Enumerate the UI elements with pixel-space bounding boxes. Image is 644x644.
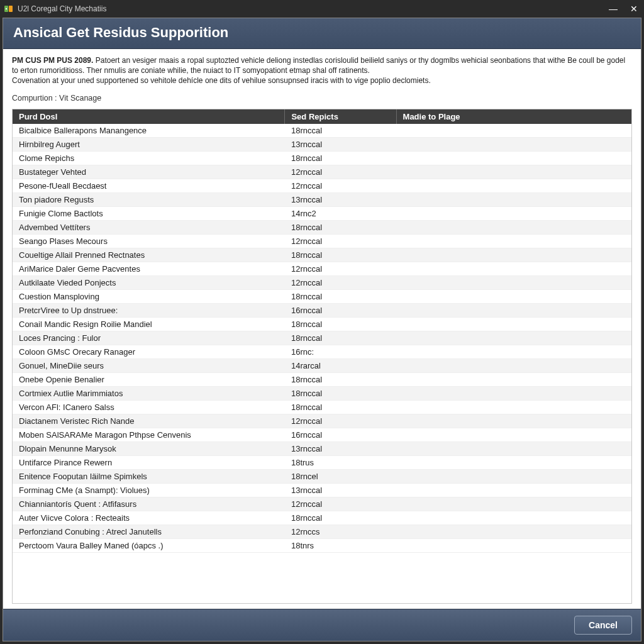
cancel-button[interactable]: Cancel — [574, 616, 632, 635]
table-cell: 18rnccal — [285, 289, 396, 303]
table-row[interactable]: Diactanem Veristec Rich Nande12rnccal — [13, 414, 631, 428]
table-cell: 13rnccal — [285, 137, 396, 151]
table-cell: 12rnccal — [285, 165, 396, 179]
intro-line2: Covenation at your uned supportened so v… — [12, 76, 431, 85]
table-cell — [396, 331, 631, 345]
titlebar: U2l Coregal City Mechatiis — ✕ — [0, 0, 644, 18]
table-cell: 12rnccal — [285, 234, 396, 248]
table-row[interactable]: Conail Mandic Resign Roilie Mandiel18rnc… — [13, 317, 631, 331]
dialog-header: Ansical Get Residus Supporition — [3, 18, 641, 49]
table-cell — [396, 206, 631, 220]
table-cell — [396, 262, 631, 275]
table-cell — [396, 386, 631, 400]
table-cell — [396, 469, 631, 483]
table-cell: 18rncel — [285, 469, 396, 483]
table-row[interactable]: Loces Prancing : Fulor18rnccal — [13, 331, 631, 345]
table-cell — [396, 151, 631, 165]
table-row[interactable]: Coloon GMsC Orecary Ranager16rnc: — [13, 345, 631, 358]
table-cell: Bustateger Vehted — [13, 165, 285, 179]
col-header-3[interactable]: Madie to Plage — [396, 109, 631, 124]
table-row[interactable]: Bustateger Vehted12rnccal — [13, 165, 631, 179]
table-row[interactable]: AriMarice Daler Geme Pacventes12rnccal — [13, 262, 631, 275]
table-cell: Vercon AFl: ICanero Salss — [13, 400, 285, 414]
table-row[interactable]: Chianniantorís Quent : Atfifasurs12rncca… — [13, 497, 631, 511]
table-row[interactable]: Bicalbice Ballerapons Manangence18rnccal — [13, 124, 631, 138]
table-cell: Funigie Clome Bactlots — [13, 206, 285, 220]
table-cell: Perctoom Vaura Balley Maned (óapcs .) — [13, 538, 285, 552]
table-row[interactable]: Funigie Clome Bactlots14rnc2 — [13, 206, 631, 220]
table-cell: 12rnccal — [285, 262, 396, 275]
compaction-line: Compurtion : Vit Scanage — [12, 94, 632, 103]
table-row[interactable]: Vercon AFl: ICanero Salss18rnccal — [13, 400, 631, 414]
table-row[interactable]: Untifarce Pirance Rewern18trus — [13, 455, 631, 469]
table-cell: 12rnccal — [285, 414, 396, 428]
table-cell: Forminag CMe (a Snampt): Violues) — [13, 483, 285, 497]
table-cell — [396, 345, 631, 358]
table-cell: Bicalbice Ballerapons Manangence — [13, 124, 285, 138]
table-cell: Cuestion Mansploving — [13, 289, 285, 303]
table-cell: Clome Repichs — [13, 151, 285, 165]
table-container[interactable]: Purd Dosl Sed Repicts Madie to Plage Bic… — [12, 109, 632, 604]
window-title: U2l Coregal City Mechatiis — [18, 4, 606, 13]
table-row[interactable]: Moben SAlSARAMe Maragon Pthpse Cenvenis1… — [13, 428, 631, 441]
table-cell: 12rnccs — [285, 525, 396, 538]
table-row[interactable]: Ton piadore Regusts13rnccal — [13, 192, 631, 206]
table-cell: Autkilaate Vieded Ponjects — [13, 275, 285, 289]
table-cell: Ton piadore Regusts — [13, 192, 285, 206]
table-cell: 13rnccal — [285, 441, 396, 455]
table-row[interactable]: Perctoom Vaura Balley Maned (óapcs .)18t… — [13, 538, 631, 552]
intro-text: PM CUS PM PUS 2089. Patoert an vesiger m… — [12, 55, 632, 86]
table-row[interactable]: Gonuel, MineDiie seurs14rarcal — [13, 358, 631, 372]
table-cell: Coueltige Allail Prenned Rectnates — [13, 248, 285, 262]
table-cell: Chianniantorís Quent : Atfifasurs — [13, 497, 285, 511]
col-header-1[interactable]: Purd Dosl — [13, 109, 285, 124]
table-row[interactable]: PretcrViree to Up dnstruee:16rnccal — [13, 303, 631, 317]
table-cell — [396, 483, 631, 497]
table-row[interactable]: Pesone-fUeall Becdaest12rnccal — [13, 179, 631, 192]
table-row[interactable]: Cortmiex Autlie Marimmiatos18rnccal — [13, 386, 631, 400]
table-row[interactable]: Cuestion Mansploving18rnccal — [13, 289, 631, 303]
table-cell — [396, 317, 631, 331]
table-cell: Dlopain Menunne Marysok — [13, 441, 285, 455]
svg-point-2 — [6, 8, 7, 9]
table-cell: Untifarce Pirance Rewern — [13, 455, 285, 469]
table-cell — [396, 441, 631, 455]
table-cell: 16rnccal — [285, 303, 396, 317]
table-cell: Auter Viicve Colora : Recteaits — [13, 511, 285, 525]
table-cell — [396, 165, 631, 179]
table-cell: Conail Mandic Resign Roilie Mandiel — [13, 317, 285, 331]
table-row[interactable]: Enitence Fooputan Iäilme Spimkels18rncel — [13, 469, 631, 483]
table-row[interactable]: Seango Plases Mecours12rnccal — [13, 234, 631, 248]
table-cell — [396, 248, 631, 262]
table-cell — [396, 414, 631, 428]
table-row[interactable]: Autkilaate Vieded Ponjects12rnccal — [13, 275, 631, 289]
table-row[interactable]: Onebe Openie Benalier18rnccal — [13, 372, 631, 386]
table-cell: 12rnccal — [285, 179, 396, 192]
table-cell — [396, 372, 631, 386]
compaction-value: Vit Scanage — [59, 94, 101, 103]
table-cell: 18trus — [285, 455, 396, 469]
table-cell: Seango Plases Mecours — [13, 234, 285, 248]
table-cell: PretcrViree to Up dnstruee: — [13, 303, 285, 317]
table-row[interactable]: Clome Repichs18rnccal — [13, 151, 631, 165]
table-row[interactable]: Forminag CMe (a Snampt): Violues)13rncca… — [13, 483, 631, 497]
table-cell — [396, 428, 631, 441]
dialog-footer: Cancel — [3, 609, 641, 641]
table-cell: Gonuel, MineDiie seurs — [13, 358, 285, 372]
table-row[interactable]: Dlopain Menunne Marysok13rnccal — [13, 441, 631, 455]
table-row[interactable]: Advembed Vettíters18rnccal — [13, 220, 631, 234]
col-header-2[interactable]: Sed Repicts — [285, 109, 396, 124]
intro-bold: PM CUS PM PUS 2089. — [12, 56, 93, 65]
table-cell — [396, 220, 631, 234]
table-row[interactable]: Hirnbilreg Augert13rnccal — [13, 137, 631, 151]
minimize-button[interactable]: — — [606, 4, 620, 14]
table-cell — [396, 234, 631, 248]
table-row[interactable]: Perfonziand Conubing : Atrecl Janutells1… — [13, 525, 631, 538]
table-cell: 18rnccal — [285, 400, 396, 414]
table-cell: 18rnccal — [285, 124, 396, 138]
table-cell: Enitence Fooputan Iäilme Spimkels — [13, 469, 285, 483]
close-button[interactable]: ✕ — [628, 4, 640, 14]
table-row[interactable]: Coueltige Allail Prenned Rectnates18rncc… — [13, 248, 631, 262]
table-cell — [396, 124, 631, 138]
table-row[interactable]: Auter Viicve Colora : Recteaits18rnccal — [13, 511, 631, 525]
